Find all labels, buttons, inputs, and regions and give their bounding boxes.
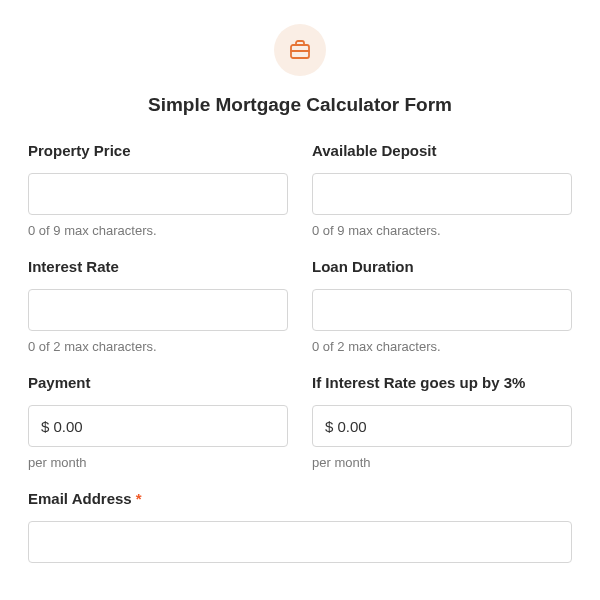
briefcase-icon: [288, 38, 312, 62]
field-loan-duration: Loan Duration 0 of 2 max characters.: [312, 258, 572, 354]
field-available-deposit: Available Deposit 0 of 9 max characters.: [312, 142, 572, 238]
label-interest-rate-up: If Interest Rate goes up by 3%: [312, 374, 572, 391]
helper-interest-rate-up: per month: [312, 455, 572, 470]
required-mark: *: [136, 490, 142, 507]
label-interest-rate: Interest Rate: [28, 258, 288, 275]
field-property-price: Property Price 0 of 9 max characters.: [28, 142, 288, 238]
form-title: Simple Mortgage Calculator Form: [28, 94, 572, 116]
label-loan-duration: Loan Duration: [312, 258, 572, 275]
label-email: Email Address *: [28, 490, 572, 507]
helper-available-deposit: 0 of 9 max characters.: [312, 223, 572, 238]
input-property-price[interactable]: [28, 173, 288, 215]
helper-payment: per month: [28, 455, 288, 470]
input-interest-rate-up[interactable]: [312, 405, 572, 447]
input-interest-rate[interactable]: [28, 289, 288, 331]
label-property-price: Property Price: [28, 142, 288, 159]
briefcase-icon-circle: [274, 24, 326, 76]
label-payment: Payment: [28, 374, 288, 391]
field-email: Email Address *: [28, 490, 572, 563]
helper-interest-rate: 0 of 2 max characters.: [28, 339, 288, 354]
input-available-deposit[interactable]: [312, 173, 572, 215]
helper-property-price: 0 of 9 max characters.: [28, 223, 288, 238]
field-interest-rate: Interest Rate 0 of 2 max characters.: [28, 258, 288, 354]
field-payment: Payment per month: [28, 374, 288, 470]
helper-loan-duration: 0 of 2 max characters.: [312, 339, 572, 354]
input-payment[interactable]: [28, 405, 288, 447]
label-available-deposit: Available Deposit: [312, 142, 572, 159]
field-interest-rate-up: If Interest Rate goes up by 3% per month: [312, 374, 572, 470]
label-email-text: Email Address: [28, 490, 132, 507]
input-loan-duration[interactable]: [312, 289, 572, 331]
input-email[interactable]: [28, 521, 572, 563]
